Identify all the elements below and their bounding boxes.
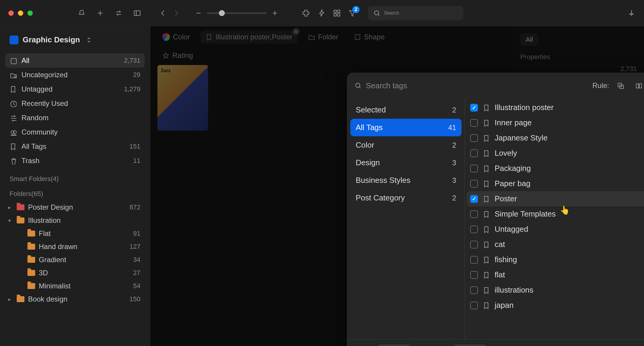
library-selector[interactable]: Graphic Design bbox=[5, 32, 145, 48]
folders-label[interactable]: Folders(65) bbox=[10, 190, 145, 198]
tag-checkbox[interactable] bbox=[470, 180, 478, 188]
forward-icon[interactable] bbox=[172, 9, 181, 17]
tag-row-flat[interactable]: flat 2 bbox=[467, 267, 644, 282]
grid-icon[interactable] bbox=[333, 9, 341, 17]
folder-gradient[interactable]: Gradient34 bbox=[5, 253, 145, 266]
window-controls bbox=[8, 10, 33, 16]
zoom-in-icon[interactable] bbox=[271, 10, 278, 17]
maximize-window[interactable] bbox=[27, 10, 33, 16]
extension-icon[interactable] bbox=[302, 9, 310, 17]
sidebar-item-random[interactable]: Random bbox=[5, 111, 145, 125]
folder-minimalist[interactable]: Minimalist54 bbox=[5, 279, 145, 293]
folder-icon bbox=[27, 283, 35, 289]
tag-search[interactable]: Search tags bbox=[354, 81, 588, 90]
tag-row-lovely[interactable]: Lovely 17 bbox=[467, 146, 644, 161]
tag-checkbox[interactable] bbox=[470, 225, 478, 233]
svg-point-5 bbox=[374, 11, 379, 15]
folder-icon bbox=[308, 33, 315, 41]
tag-row-japanese-style[interactable]: Japanese Style 10 bbox=[467, 130, 644, 146]
tag-category-selected[interactable]: Selected2 bbox=[350, 101, 462, 119]
tag-row-simple-templates[interactable]: Simple Templates 17 bbox=[467, 206, 644, 222]
rule-union[interactable] bbox=[632, 78, 644, 93]
sidebar: Graphic Design All2,731Uncategorized29Un… bbox=[0, 26, 150, 346]
popover-body: Selected2All Tags41Color2Design3Business… bbox=[347, 98, 644, 339]
bookmark-icon bbox=[483, 287, 490, 294]
tag-checkbox[interactable] bbox=[470, 119, 478, 127]
folder-flat[interactable]: Flat91 bbox=[5, 227, 145, 240]
tag-row-paper-bag[interactable]: Paper bag 18 bbox=[467, 176, 644, 191]
tag-checkbox[interactable] bbox=[470, 195, 478, 203]
svg-point-7 bbox=[14, 76, 16, 78]
slider-knob[interactable] bbox=[219, 10, 225, 16]
tag-row-japan[interactable]: japan 1 bbox=[467, 298, 644, 313]
tag-checkbox[interactable] bbox=[470, 256, 478, 264]
filter-shape[interactable]: Shape bbox=[349, 30, 389, 44]
tag-category-all-tags[interactable]: All Tags41 bbox=[350, 119, 462, 136]
smart-folders-label[interactable]: Smart Folders(4) bbox=[10, 175, 145, 183]
sidebar-item-all-tags[interactable]: All Tags151 bbox=[5, 139, 145, 154]
chevron-updown-icon bbox=[85, 36, 92, 44]
close-window[interactable] bbox=[8, 10, 14, 16]
library-name: Graphic Design bbox=[23, 35, 80, 44]
back-icon[interactable] bbox=[159, 9, 167, 17]
sidebar-item-uncategorized[interactable]: Uncategorized29 bbox=[5, 68, 145, 82]
filter-rating[interactable]: Rating bbox=[157, 49, 198, 62]
minimize-window[interactable] bbox=[18, 10, 23, 16]
tag-checkbox[interactable] bbox=[470, 241, 478, 248]
tag-row-inner-page[interactable]: Inner page 20 bbox=[467, 115, 644, 130]
tag-row-illustration-poster[interactable]: Illustration poster 56 bbox=[467, 100, 644, 115]
sidebar-item-recently-used[interactable]: Recently Used bbox=[5, 96, 145, 111]
bell-icon[interactable] bbox=[78, 9, 86, 17]
tag-row-packaging[interactable]: Packaging 42 bbox=[467, 161, 644, 176]
global-search[interactable]: Search bbox=[368, 6, 463, 20]
filter-folder[interactable]: Folder bbox=[303, 30, 343, 44]
rule-intersect[interactable] bbox=[613, 78, 628, 93]
tag-checkbox[interactable] bbox=[470, 134, 478, 142]
main: Graphic Design All2,731Uncategorized29Un… bbox=[0, 26, 644, 346]
tag-row-untagged[interactable]: Untagged 1,279 bbox=[467, 222, 644, 237]
tag-row-illustrations[interactable]: illustrations 1 bbox=[467, 282, 644, 298]
tag-list: Illustration poster 56 Inner page 20 Jap… bbox=[465, 98, 644, 339]
zoom-out-icon[interactable] bbox=[195, 10, 202, 17]
sidebar-item-all[interactable]: All2,731 bbox=[5, 53, 145, 68]
tag-row-poster[interactable]: Poster 868 bbox=[467, 191, 644, 206]
thumbnail-jazz[interactable]: Jazz bbox=[157, 65, 208, 131]
tag-category-business-styles[interactable]: Business Styles3 bbox=[350, 172, 462, 189]
filter-color[interactable]: Color bbox=[157, 30, 195, 44]
sidebar-item-untagged[interactable]: Untagged1,279 bbox=[5, 82, 145, 96]
tag-row-cat[interactable]: cat 1 bbox=[467, 237, 644, 252]
clear-tags-icon[interactable]: ✕ bbox=[292, 28, 300, 35]
tag-row-fishing[interactable]: fishing 1 bbox=[467, 252, 644, 267]
tag-checkbox[interactable] bbox=[470, 165, 478, 172]
tag-checkbox[interactable] bbox=[470, 210, 478, 218]
bolt-icon[interactable] bbox=[317, 9, 326, 17]
pin-icon[interactable] bbox=[627, 9, 636, 17]
zoom-slider[interactable] bbox=[195, 10, 278, 17]
tag-checkbox[interactable] bbox=[470, 286, 478, 294]
tag-category-post-category[interactable]: Post Category2 bbox=[350, 189, 462, 207]
union-icon bbox=[635, 82, 643, 89]
sidebar-item-trash[interactable]: Trash11 bbox=[5, 154, 145, 168]
filter-tags-chip[interactable]: Illustration poster,Poster ✕ bbox=[201, 30, 297, 44]
transfer-icon[interactable] bbox=[114, 9, 123, 17]
tag-category-design[interactable]: Design3 bbox=[350, 154, 462, 172]
folder-3d[interactable]: 3D27 bbox=[5, 266, 145, 279]
tag-checkbox[interactable] bbox=[470, 302, 478, 309]
inspector-tab-all[interactable]: All bbox=[520, 33, 538, 46]
folder-illustration[interactable]: ▾Illustration bbox=[5, 214, 145, 227]
tag-checkbox[interactable] bbox=[470, 104, 478, 112]
filter-button[interactable]: 2 bbox=[348, 9, 357, 17]
tag-category-color[interactable]: Color2 bbox=[350, 136, 462, 154]
folder-poster-design[interactable]: ▸Poster Design872 bbox=[5, 201, 145, 214]
titlebar-left bbox=[0, 9, 150, 17]
bookmark-icon bbox=[483, 226, 490, 233]
folder-book-design[interactable]: ▸Book design150 bbox=[5, 293, 145, 306]
nav-icon bbox=[10, 71, 17, 78]
tag-checkbox[interactable] bbox=[470, 149, 478, 157]
plus-icon[interactable] bbox=[96, 9, 104, 17]
sidebar-toggle-icon[interactable] bbox=[133, 9, 141, 17]
tag-checkbox[interactable] bbox=[470, 271, 478, 279]
sidebar-item-community[interactable]: Community bbox=[5, 125, 145, 139]
slider-track[interactable] bbox=[207, 12, 267, 14]
folder-hand-drawn[interactable]: Hand drawn127 bbox=[5, 240, 145, 253]
